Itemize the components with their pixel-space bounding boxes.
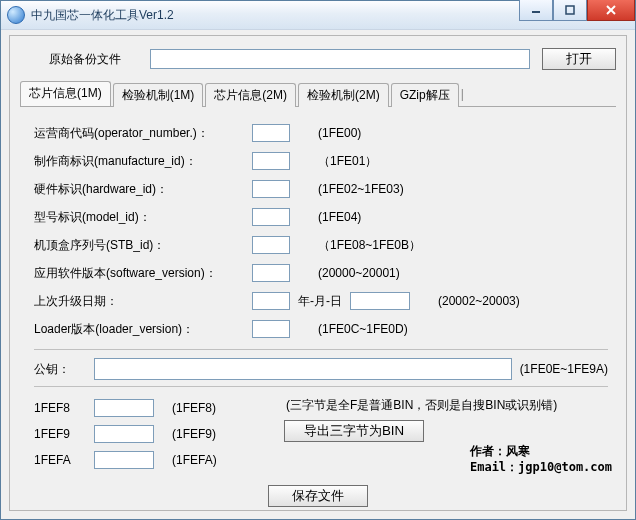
input-date2[interactable] (350, 292, 410, 310)
titlebar: 中九国芯一体化工具Ver1.2 (1, 1, 635, 30)
label-date-mid: 年-月-日 (298, 293, 342, 310)
input-1fef8[interactable] (94, 399, 154, 417)
hint-software: (20000~20001) (318, 266, 400, 280)
credits: 作者：风寒 Email：jgp10@tom.com (470, 443, 612, 475)
input-hardware[interactable] (252, 180, 290, 198)
row-manufacture: 制作商标识(manufacture_id)： （1FE01） (34, 147, 608, 175)
hint-loader: (1FE0C~1FE0D) (318, 322, 408, 336)
row-operator: 运营商代码(operator_number.)： (1FE00) (34, 119, 608, 147)
open-button[interactable]: 打开 (542, 48, 616, 70)
backup-file-input[interactable] (150, 49, 530, 69)
input-model[interactable] (252, 208, 290, 226)
label-1fefa: 1FEFA (34, 453, 94, 467)
tab-trailing-sep: | (461, 87, 464, 101)
export-triple-button[interactable]: 导出三字节为BIN (284, 420, 424, 442)
tab-bar: 芯片信息(1M) 检验机制(1M) 芯片信息(2M) 检验机制(2M) GZip… (20, 84, 616, 107)
save-button[interactable]: 保存文件 (268, 485, 368, 507)
tab-chipinfo-1m[interactable]: 芯片信息(1M) (20, 81, 111, 106)
hint-1fefa: (1FEFA) (172, 453, 217, 467)
tab-verify-1m[interactable]: 检验机制(1M) (113, 83, 204, 107)
triple-left: 1FEF8 (1FEF8) 1FEF9 (1FEF9) 1FEFA (1FEFA… (34, 395, 284, 473)
input-1fef9[interactable] (94, 425, 154, 443)
row-software: 应用软件版本(software_version)： (20000~20001) (34, 259, 608, 287)
email-value: jgp10@tom.com (518, 460, 612, 474)
app-window: 中九国芯一体化工具Ver1.2 原始备份文件 打开 芯片信息(1M) 检验机制(… (0, 0, 636, 520)
author-name: 风寒 (506, 444, 530, 458)
hint-model: (1FE04) (318, 210, 361, 224)
input-date1[interactable] (252, 292, 290, 310)
input-pubkey[interactable] (94, 358, 512, 380)
separator-1 (34, 349, 608, 350)
row-hardware: 硬件标识(hardware_id)： (1FE02~1FE03) (34, 175, 608, 203)
hint-hardware: (1FE02~1FE03) (318, 182, 404, 196)
hint-manufacture: （1FE01） (318, 153, 377, 170)
triple-note: (三字节是全F是普通BIN，否则是自搜BIN或识别错) (284, 395, 608, 420)
label-loader: Loader版本(loader_version)： (34, 321, 252, 338)
label-1fef9: 1FEF9 (34, 427, 94, 441)
input-manufacture[interactable] (252, 152, 290, 170)
tab-gzip[interactable]: GZip解压 (391, 83, 459, 107)
author-label: 作者： (470, 444, 506, 458)
input-software[interactable] (252, 264, 290, 282)
label-1fef8: 1FEF8 (34, 401, 94, 415)
label-software: 应用软件版本(software_version)： (34, 265, 252, 282)
open-label: 原始备份文件 (20, 51, 150, 68)
label-hardware: 硬件标识(hardware_id)： (34, 181, 252, 198)
tab-chipinfo-2m[interactable]: 芯片信息(2M) (205, 83, 296, 107)
svg-rect-1 (566, 6, 574, 14)
row-1fef9: 1FEF9 (1FEF9) (34, 421, 284, 447)
close-button[interactable] (587, 0, 635, 21)
hint-stb: （1FE08~1FE0B） (318, 237, 421, 254)
row-1fef8: 1FEF8 (1FEF8) (34, 395, 284, 421)
minimize-button[interactable] (519, 0, 553, 21)
label-stb: 机顶盒序列号(STB_id)： (34, 237, 252, 254)
save-row: 保存文件 (20, 485, 616, 507)
hint-1fef8: (1FEF8) (172, 401, 216, 415)
row-stb: 机顶盒序列号(STB_id)： （1FE08~1FE0B） (34, 231, 608, 259)
label-manufacture: 制作商标识(manufacture_id)： (34, 153, 252, 170)
row-model: 型号标识(model_id)： (1FE04) (34, 203, 608, 231)
input-1fefa[interactable] (94, 451, 154, 469)
window-buttons (519, 1, 635, 29)
label-model: 型号标识(model_id)： (34, 209, 252, 226)
label-pubkey: 公钥： (34, 361, 86, 378)
email-label: Email： (470, 460, 518, 474)
row-1fefa: 1FEFA (1FEFA) (34, 447, 284, 473)
row-loader: Loader版本(loader_version)： (1FE0C~1FE0D) (34, 315, 608, 343)
row-date: 上次升级日期： 年-月-日 (20002~20003) (34, 287, 608, 315)
window-title: 中九国芯一体化工具Ver1.2 (31, 7, 519, 24)
hint-1fef9: (1FEF9) (172, 427, 216, 441)
tab-verify-2m[interactable]: 检验机制(2M) (298, 83, 389, 107)
input-stb[interactable] (252, 236, 290, 254)
input-operator[interactable] (252, 124, 290, 142)
open-row: 原始备份文件 打开 (20, 48, 616, 70)
hint-date: (20002~20003) (438, 294, 520, 308)
maximize-button[interactable] (553, 0, 587, 21)
separator-2 (34, 386, 608, 387)
label-date: 上次升级日期： (34, 293, 252, 310)
input-loader[interactable] (252, 320, 290, 338)
pane-chipinfo: 运营商代码(operator_number.)： (1FE00) 制作商标识(m… (20, 107, 616, 477)
hint-operator: (1FE00) (318, 126, 361, 140)
label-operator: 运营商代码(operator_number.)： (34, 125, 252, 142)
client-area: 原始备份文件 打开 芯片信息(1M) 检验机制(1M) 芯片信息(2M) 检验机… (9, 35, 627, 511)
app-icon (7, 6, 25, 24)
hint-pubkey: (1FE0E~1FE9A) (520, 362, 608, 376)
row-pubkey: 公钥： (1FE0E~1FE9A) (34, 358, 608, 380)
